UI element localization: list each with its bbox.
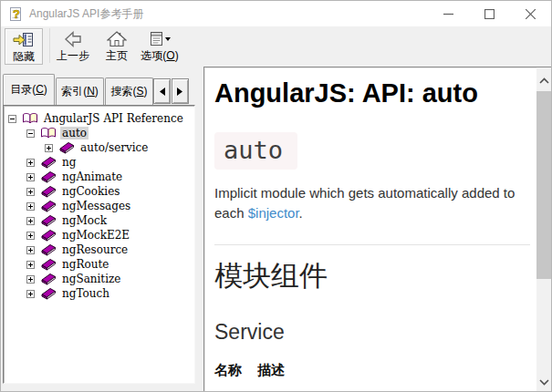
closed-book-icon <box>40 214 57 227</box>
section-heading: 模块组件 <box>214 257 526 295</box>
tree-item-ng[interactable]: ng <box>4 155 194 170</box>
column-header-description: 描述 <box>257 362 285 379</box>
tree-item-ngcookies[interactable]: ngCookies <box>4 184 194 199</box>
expand-plus-icon[interactable] <box>26 159 35 167</box>
subsection-heading: Service <box>214 320 526 345</box>
page-title: AngularJS: API: auto <box>214 79 526 108</box>
options-icon <box>147 30 172 48</box>
scroll-up-icon[interactable] <box>536 73 552 88</box>
expand-plus-icon[interactable] <box>26 275 35 284</box>
close-button[interactable] <box>510 1 551 26</box>
open-book-icon <box>22 112 38 125</box>
hide-label: 隐藏 <box>13 49 35 65</box>
closed-book-icon <box>40 185 57 198</box>
tab-index[interactable]: 索引(N) <box>56 77 104 105</box>
tree-item-angularjs-api-reference[interactable]: AngularJS API Reference <box>4 111 194 126</box>
expand-plus-icon[interactable] <box>26 290 35 298</box>
tree-item-nganimate[interactable]: ngAnimate <box>4 170 194 184</box>
help-file-icon: ? <box>8 6 24 22</box>
expand-plus-icon[interactable] <box>26 188 35 196</box>
closed-book-icon <box>40 273 57 285</box>
toolbar: 隐藏 上一步 主页 <box>1 26 551 67</box>
tab-search[interactable]: 搜索(S) <box>105 77 153 105</box>
home-button[interactable]: 主页 <box>98 28 136 65</box>
tree-item-ngresource[interactable]: ngResource <box>4 242 194 257</box>
home-label: 主页 <box>106 48 128 64</box>
minimize-button[interactable] <box>428 1 469 26</box>
expand-plus-icon[interactable] <box>26 173 35 181</box>
expand-plus-icon[interactable] <box>26 261 35 269</box>
navigation-pane: 目录(C) 索引(N) 搜索(S) AngularJS API Referenc… <box>1 67 203 392</box>
maximize-button[interactable] <box>469 1 510 26</box>
expand-plus-icon[interactable] <box>26 232 35 240</box>
pane-splitter[interactable] <box>195 67 203 392</box>
toolbar-separator <box>49 28 50 63</box>
section-divider <box>214 244 530 245</box>
back-label: 上一步 <box>57 48 89 64</box>
vertical-scrollbar[interactable] <box>536 67 552 392</box>
closed-book-icon <box>40 287 57 300</box>
tree-item-ngroute[interactable]: ngRoute <box>4 257 194 272</box>
expand-plus-icon[interactable] <box>26 246 35 254</box>
module-code-block: auto <box>214 132 297 170</box>
left-triangle-icon <box>159 88 165 96</box>
home-icon <box>107 30 127 48</box>
window-title: AngularJS API参考手册 <box>29 6 143 22</box>
expand-plus-icon[interactable] <box>45 144 53 152</box>
tree-item-auto[interactable]: auto <box>4 126 194 140</box>
closed-book-icon <box>40 200 57 212</box>
closed-book-icon <box>40 243 57 256</box>
tree-item-ngsanitize[interactable]: ngSanitize <box>4 272 194 286</box>
minimize-icon <box>443 9 453 19</box>
options-label: 选项(O) <box>141 48 178 64</box>
back-button[interactable]: 上一步 <box>52 28 94 65</box>
hide-icon <box>13 31 35 49</box>
module-description: Implicit module which gets automatically… <box>214 183 537 223</box>
expand-plus-icon[interactable] <box>26 202 35 211</box>
closed-book-icon <box>40 258 57 271</box>
hide-button[interactable]: 隐藏 <box>5 28 43 65</box>
expand-plus-icon[interactable] <box>26 217 35 225</box>
maximize-icon <box>484 9 495 19</box>
expand-minus-icon[interactable] <box>8 115 16 123</box>
tab-contents[interactable]: 目录(C) <box>3 74 55 105</box>
open-book-icon <box>40 127 57 139</box>
tree-item-ngmock[interactable]: ngMock <box>4 213 194 228</box>
tab-scroll-right-button[interactable] <box>172 78 189 104</box>
injector-link[interactable]: $injector <box>248 205 299 221</box>
table-header-row: 名称 描述 <box>214 362 526 379</box>
close-icon <box>526 9 536 19</box>
right-triangle-icon <box>177 88 183 96</box>
help-viewer-window: ? AngularJS API参考手册 <box>0 0 552 392</box>
dropdown-arrow-icon <box>165 37 171 41</box>
column-header-name: 名称 <box>214 362 242 379</box>
back-arrow-icon <box>63 30 83 48</box>
tree-item-ngmessages[interactable]: ngMessages <box>4 199 194 213</box>
expand-minus-icon[interactable] <box>26 129 35 138</box>
contents-tree: AngularJS API Reference auto auto/servic… <box>3 105 195 384</box>
tab-scroll-left-button[interactable] <box>153 78 171 104</box>
scrollbar-thumb[interactable] <box>536 91 552 279</box>
closed-book-icon <box>58 141 75 154</box>
svg-text:?: ? <box>13 7 20 21</box>
closed-book-icon <box>40 156 57 169</box>
tree-item-ngtouch[interactable]: ngTouch <box>4 286 194 301</box>
closed-book-icon <box>40 229 57 242</box>
options-button[interactable]: 选项(O) <box>138 28 182 65</box>
closed-book-icon <box>40 170 57 183</box>
tree-item-ngmocke2e[interactable]: ngMockE2E <box>4 228 194 242</box>
content-pane: AngularJS: API: auto auto Implicit modul… <box>203 67 552 392</box>
tree-item-auto-service[interactable]: auto/service <box>4 140 194 155</box>
titlebar: ? AngularJS API参考手册 <box>1 1 551 26</box>
scroll-down-icon[interactable] <box>536 375 552 390</box>
